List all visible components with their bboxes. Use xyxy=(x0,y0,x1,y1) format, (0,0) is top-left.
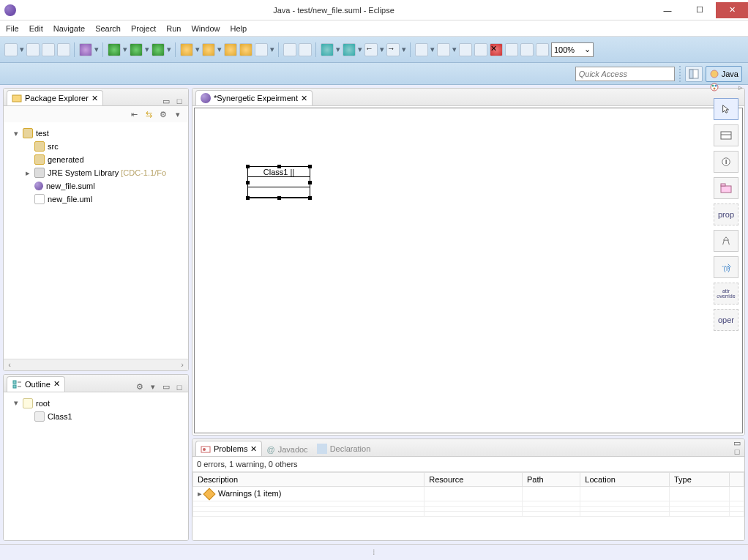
maximize-view-icon[interactable]: □ xyxy=(175,383,184,392)
resize-handle[interactable] xyxy=(277,165,281,168)
column-header[interactable]: Location xyxy=(580,473,670,487)
perspective-java[interactable]: Java xyxy=(706,66,742,82)
zoom-select[interactable]: 100%⌄ xyxy=(551,42,594,57)
column-header[interactable]: Type xyxy=(669,473,729,487)
run-last-icon[interactable] xyxy=(152,43,165,56)
column-header[interactable]: Description xyxy=(193,473,425,487)
resize-handle[interactable] xyxy=(308,196,312,200)
back-icon[interactable]: ← xyxy=(364,43,378,56)
menu-run[interactable]: Run xyxy=(166,24,181,33)
expand-icon[interactable]: ▾ xyxy=(12,129,20,138)
palette-generalization-tool[interactable] xyxy=(714,230,738,252)
close-icon[interactable]: ✕ xyxy=(53,379,60,389)
dropdown[interactable]: ▾ xyxy=(380,43,384,56)
tree-item[interactable]: ▸JRE System Library [CDC-1.1/Fo xyxy=(7,166,185,179)
menu-search[interactable]: Search xyxy=(95,24,121,33)
resize-handle[interactable] xyxy=(277,196,281,200)
run-dropdown[interactable]: ▾ xyxy=(145,43,149,56)
maximize-button[interactable]: ☐ xyxy=(684,2,716,18)
arrange-icon[interactable] xyxy=(415,43,428,56)
menu-window[interactable]: Window xyxy=(191,24,220,33)
nav1-icon[interactable] xyxy=(321,43,334,56)
menu-edit[interactable]: Edit xyxy=(29,24,43,33)
minimize-view-icon[interactable]: ▭ xyxy=(162,383,171,392)
dropdown[interactable]: ▾ xyxy=(452,43,457,56)
filter-icon[interactable]: ⚙ xyxy=(159,110,168,119)
close-icon[interactable]: ✕ xyxy=(250,444,257,454)
folder-icon[interactable] xyxy=(239,43,253,56)
dropdown[interactable]: ▾ xyxy=(217,43,222,56)
nav2-icon[interactable] xyxy=(343,43,356,56)
toggle2-icon[interactable] xyxy=(299,43,312,56)
palette-interface-tool[interactable]: I xyxy=(714,151,738,173)
tab-javadoc[interactable]: @Javadoc xyxy=(262,443,312,456)
outline-tab[interactable]: Outline ✕ xyxy=(7,376,65,392)
palette-property-tool[interactable]: prop xyxy=(714,204,738,225)
dropdown[interactable]: ▾ xyxy=(430,43,435,56)
open-perspective-button[interactable] xyxy=(685,66,703,82)
collapse-all-icon[interactable]: ⇤ xyxy=(130,110,138,119)
minimize-button[interactable]: — xyxy=(651,2,684,18)
new-icon[interactable] xyxy=(4,43,18,56)
palette-operation-tool[interactable]: oper xyxy=(714,309,738,331)
tree-item[interactable]: Class1 xyxy=(7,410,185,423)
resize-handle[interactable] xyxy=(246,181,250,184)
menu-file[interactable]: File xyxy=(6,24,19,33)
menu-navigate[interactable]: Navigate xyxy=(53,24,85,33)
bug-dropdown[interactable]: ▾ xyxy=(123,43,127,56)
delete-icon[interactable]: ✕ xyxy=(490,43,503,56)
scroll-left-icon[interactable]: ‹ xyxy=(4,360,15,369)
resize-handle[interactable] xyxy=(308,181,312,184)
maximize-view-icon[interactable]: □ xyxy=(733,447,741,456)
tree-item[interactable]: ▾root xyxy=(7,397,185,410)
open-type-icon[interactable] xyxy=(224,43,237,56)
grid-icon[interactable] xyxy=(505,43,518,56)
new-dropdown[interactable]: ▾ xyxy=(20,43,24,56)
diagram-canvas[interactable]: Class1 || xyxy=(194,108,743,433)
palette-expand-icon[interactable]: ▹ xyxy=(738,83,743,92)
resize-handle[interactable] xyxy=(246,196,250,200)
palette-class-tool[interactable] xyxy=(714,124,738,146)
tree-item[interactable]: generated xyxy=(7,153,185,166)
redo-icon[interactable] xyxy=(474,43,487,56)
debug-dropdown[interactable]: ▾ xyxy=(94,43,99,56)
outline-settings-icon[interactable]: ⚙ xyxy=(135,383,144,392)
dropdown[interactable]: ▾ xyxy=(336,43,340,56)
save-all-icon[interactable] xyxy=(42,43,55,56)
debug-icon[interactable] xyxy=(79,43,92,56)
dropdown[interactable]: ▾ xyxy=(195,43,200,56)
align-icon[interactable] xyxy=(437,43,450,56)
search-icon[interactable] xyxy=(255,43,268,56)
minimize-view-icon[interactable]: ▭ xyxy=(733,438,741,447)
minimize-view-icon[interactable]: ▭ xyxy=(162,97,171,105)
dropdown[interactable]: ▾ xyxy=(402,43,406,56)
palette-realization-tool[interactable]: (I) xyxy=(714,256,738,278)
fit-icon[interactable] xyxy=(520,43,534,56)
run-icon[interactable] xyxy=(130,43,143,56)
column-header[interactable]: Path xyxy=(523,473,580,487)
quick-access-input[interactable] xyxy=(575,67,675,81)
bug-icon[interactable] xyxy=(108,43,121,56)
tree-item[interactable]: src xyxy=(7,140,185,153)
tab-declaration[interactable]: Declaration xyxy=(313,441,375,456)
dropdown[interactable]: ▾ xyxy=(270,43,274,56)
package-explorer-tab[interactable]: Package Explorer ✕ xyxy=(7,90,103,105)
close-icon[interactable]: ✕ xyxy=(91,94,98,103)
resize-handle[interactable] xyxy=(246,165,250,168)
expand-icon[interactable]: ▸ xyxy=(24,168,31,178)
package-explorer-tree[interactable]: ▾testsrcgenerated▸JRE System Library [CD… xyxy=(4,122,188,210)
print-icon[interactable] xyxy=(57,43,70,56)
tree-item[interactable]: ▾test xyxy=(7,127,185,140)
maximize-view-icon[interactable]: □ xyxy=(175,97,184,105)
close-button[interactable]: ✕ xyxy=(716,2,748,18)
undo-icon[interactable] xyxy=(459,43,472,56)
zoom-icon[interactable] xyxy=(536,43,549,56)
close-icon[interactable]: ✕ xyxy=(301,94,307,103)
uml-class-element[interactable]: Class1 || xyxy=(247,166,310,198)
palette-package-tool[interactable] xyxy=(714,177,738,199)
tab-problems[interactable]: Problems ✕ xyxy=(195,441,262,456)
expand-icon[interactable]: ▾ xyxy=(12,398,20,408)
menu-project[interactable]: Project xyxy=(131,24,156,33)
new-class-icon[interactable] xyxy=(202,43,215,56)
table-row[interactable]: ▸Warnings (1 item) xyxy=(193,487,744,501)
